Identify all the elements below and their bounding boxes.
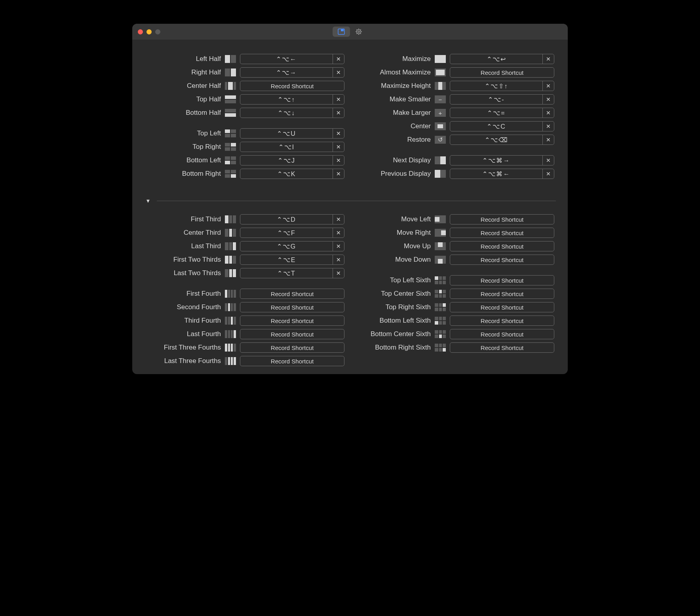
shortcut-value: ⌃⌥↓ [240, 109, 333, 117]
clear-shortcut-button[interactable]: ✕ [333, 142, 344, 152]
shortcut-field-bottom-half[interactable]: ⌃⌥↓✕ [240, 108, 344, 118]
shortcut-field-top-right-sixth[interactable]: Record Shortcut [450, 302, 554, 312]
shortcut-row-first-fourth: First FourthRecord Shortcut [146, 287, 344, 300]
clear-shortcut-button[interactable]: ✕ [542, 54, 554, 64]
clear-shortcut-button[interactable]: ✕ [542, 135, 554, 144]
shortcut-field-top-center-sixth[interactable]: Record Shortcut [450, 289, 554, 299]
shortcut-row-center: Center⌃⌥C✕ [356, 120, 554, 133]
tab-shortcuts[interactable] [333, 27, 350, 37]
shortcut-label: Bottom Right [146, 170, 221, 178]
shortcut-field-bottom-left[interactable]: ⌃⌥J✕ [240, 155, 344, 165]
shortcut-field-second-fourth[interactable]: Record Shortcut [240, 302, 344, 312]
close-window-button[interactable] [138, 29, 143, 34]
disclosure-toggle[interactable]: ▼ [144, 198, 152, 204]
shortcut-field-move-left[interactable]: Record Shortcut [450, 214, 554, 224]
tab-settings[interactable] [350, 27, 367, 37]
shortcut-field-make-smaller[interactable]: ⌃⌥-✕ [450, 94, 554, 105]
clear-shortcut-button[interactable]: ✕ [333, 169, 344, 179]
shortcut-field-maximize[interactable]: ⌃⌥↩✕ [450, 54, 554, 64]
shortcut-value: ⌃⌥C [450, 123, 542, 130]
shortcut-field-top-half[interactable]: ⌃⌥↑✕ [240, 94, 344, 105]
shortcut-row-top-right: Top Right⌃⌥I✕ [146, 140, 344, 154]
shortcut-row-move-right: Move RightRecord Shortcut [356, 226, 554, 240]
svg-line-8 [356, 29, 357, 30]
shortcut-field-center[interactable]: ⌃⌥C✕ [450, 121, 554, 131]
third-2-icon [225, 229, 236, 237]
clear-shortcut-button[interactable]: ✕ [333, 268, 344, 278]
clear-shortcut-button[interactable]: ✕ [542, 169, 554, 179]
shortcut-field-next-display[interactable]: ⌃⌥⌘→✕ [450, 155, 554, 165]
shortcut-value: ⌃⌥⌫ [450, 136, 542, 144]
clear-shortcut-button[interactable]: ✕ [333, 54, 344, 64]
shortcut-row-move-up: Move UpRecord Shortcut [356, 240, 554, 253]
shortcut-field-last-third[interactable]: ⌃⌥G✕ [240, 241, 344, 251]
shortcut-field-bottom-right-sixth[interactable]: Record Shortcut [450, 342, 554, 353]
svg-rect-1 [341, 29, 344, 31]
shortcut-value: ⌃⌥⌘→ [450, 157, 542, 164]
svg-line-9 [360, 33, 361, 34]
shortcut-field-move-right[interactable]: Record Shortcut [450, 228, 554, 238]
clear-shortcut-button[interactable]: ✕ [333, 68, 344, 77]
shortcut-row-bottom-center-sixth: Bottom Center SixthRecord Shortcut [356, 327, 554, 341]
shortcut-field-center-third[interactable]: ⌃⌥F✕ [240, 228, 344, 238]
shortcut-field-top-left[interactable]: ⌃⌥U✕ [240, 128, 344, 139]
shortcut-row-make-smaller: Make Smaller−⌃⌥-✕ [356, 93, 554, 106]
shortcut-label: Center Third [146, 229, 221, 237]
clear-shortcut-button[interactable]: ✕ [542, 108, 554, 118]
clear-shortcut-button[interactable]: ✕ [333, 228, 344, 238]
shortcut-field-top-right[interactable]: ⌃⌥I✕ [240, 142, 344, 152]
shortcut-field-left-half[interactable]: ⌃⌥←✕ [240, 54, 344, 64]
shortcut-field-make-larger[interactable]: ⌃⌥=✕ [450, 108, 554, 118]
shortcut-field-third-fourth[interactable]: Record Shortcut [240, 316, 344, 326]
section-divider: ▼ [132, 198, 568, 204]
clear-shortcut-button[interactable]: ✕ [542, 81, 554, 91]
shortcut-row-top-left-sixth: Top Left SixthRecord Shortcut [356, 274, 554, 287]
clear-shortcut-button[interactable]: ✕ [333, 129, 344, 138]
shortcut-row-first-two-thirds: First Two Thirds⌃⌥E✕ [146, 253, 344, 266]
shortcut-label: Move Right [356, 229, 431, 237]
sixth-tc-icon [435, 290, 446, 298]
center-half-icon [225, 82, 236, 90]
shortcut-field-bottom-left-sixth[interactable]: Record Shortcut [450, 316, 554, 326]
shortcut-field-last-three-fourths[interactable]: Record Shortcut [240, 356, 344, 366]
shortcut-value: ⌃⌥E [240, 256, 333, 264]
shortcut-field-move-up[interactable]: Record Shortcut [450, 241, 554, 251]
shortcut-field-bottom-center-sixth[interactable]: Record Shortcut [450, 329, 554, 339]
shortcut-field-center-half[interactable]: Record Shortcut [240, 81, 344, 91]
minus-icon: − [435, 95, 446, 103]
shortcut-row-top-center-sixth: Top Center SixthRecord Shortcut [356, 287, 554, 300]
shortcut-field-top-left-sixth[interactable]: Record Shortcut [450, 275, 554, 285]
shortcut-value: ⌃⌥I [240, 143, 333, 151]
shortcut-field-first-third[interactable]: ⌃⌥D✕ [240, 214, 344, 224]
shortcut-label: Last Two Thirds [146, 269, 221, 277]
clear-shortcut-button[interactable]: ✕ [333, 255, 344, 264]
shortcut-label: Move Up [356, 242, 431, 250]
shortcut-field-bottom-right[interactable]: ⌃⌥K✕ [240, 169, 344, 179]
clear-shortcut-button[interactable]: ✕ [333, 156, 344, 165]
shortcut-field-almost-maximize[interactable]: Record Shortcut [450, 67, 554, 78]
shortcut-label: Top Half [146, 95, 221, 103]
third-3-icon [225, 242, 236, 250]
shortcut-field-previous-display[interactable]: ⌃⌥⌘←✕ [450, 169, 554, 179]
clear-shortcut-button[interactable]: ✕ [333, 95, 344, 104]
clear-shortcut-button[interactable]: ✕ [333, 241, 344, 251]
shortcut-value: ⌃⌥J [240, 157, 333, 164]
shortcut-field-last-fourth[interactable]: Record Shortcut [240, 329, 344, 339]
minimize-window-button[interactable] [146, 29, 152, 34]
clear-shortcut-button[interactable]: ✕ [333, 108, 344, 118]
shortcut-field-maximize-height[interactable]: ⌃⌥⇧↑✕ [450, 81, 554, 91]
shortcut-field-first-fourth[interactable]: Record Shortcut [240, 289, 344, 299]
zoom-window-button[interactable] [155, 29, 160, 34]
shortcut-row-previous-display: Previous Display⌃⌥⌘←✕ [356, 167, 554, 181]
shortcut-field-first-three-fourths[interactable]: Record Shortcut [240, 342, 344, 353]
shortcut-field-right-half[interactable]: ⌃⌥→✕ [240, 67, 344, 78]
shortcut-field-move-down[interactable]: Record Shortcut [450, 255, 554, 265]
clear-shortcut-button[interactable]: ✕ [542, 122, 554, 131]
shortcut-field-restore[interactable]: ⌃⌥⌫✕ [450, 135, 554, 145]
clear-shortcut-button[interactable]: ✕ [333, 215, 344, 224]
clear-shortcut-button[interactable]: ✕ [542, 156, 554, 165]
clear-shortcut-button[interactable]: ✕ [542, 95, 554, 104]
shortcut-label: Top Right Sixth [356, 303, 431, 311]
shortcut-field-first-two-thirds[interactable]: ⌃⌥E✕ [240, 255, 344, 265]
shortcut-field-last-two-thirds[interactable]: ⌃⌥T✕ [240, 268, 344, 278]
